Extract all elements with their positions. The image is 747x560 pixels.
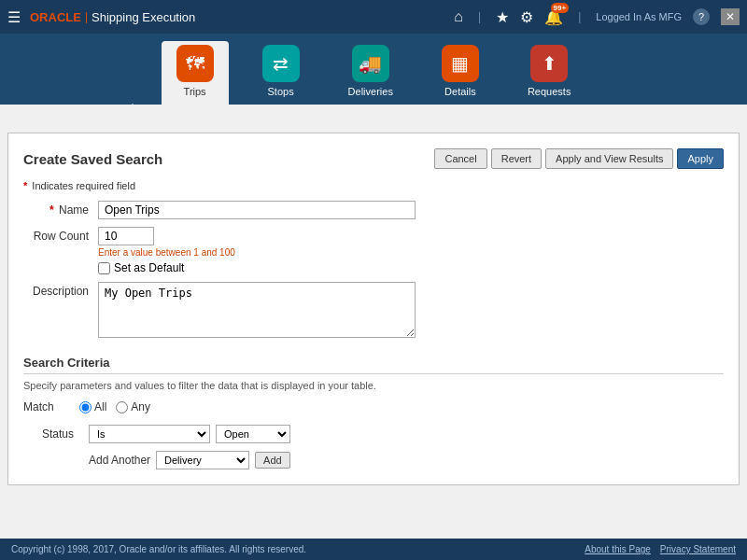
required-note: * Indicates required field	[23, 180, 724, 191]
page-footer: Copyright (c) 1998, 2017, Oracle and/or …	[0, 539, 747, 560]
match-all-radio[interactable]	[79, 401, 92, 413]
app-title: Shipping Execution	[92, 10, 195, 24]
search-criteria-title: Search Criteria	[23, 356, 724, 374]
stops-label: Stops	[268, 86, 294, 97]
required-star: *	[23, 180, 27, 191]
name-row: * Name	[23, 201, 724, 219]
form-buttons: Cancel Revert Apply and View Results App…	[434, 148, 724, 169]
apply-and-view-button[interactable]: Apply and View Results	[545, 148, 673, 169]
close-window-icon[interactable]: ✕	[721, 8, 740, 25]
footer-copyright: Copyright (c) 1998, 2017, Oracle and/or …	[11, 544, 306, 554]
name-field	[98, 201, 724, 219]
module-stops[interactable]: ⇄ Stops	[247, 41, 315, 105]
status-operator-select[interactable]: Is Is Not Contains	[89, 425, 210, 443]
privacy-statement-link[interactable]: Privacy Statement	[660, 544, 736, 554]
add-another-row: Add Another Delivery Trip Stop Status Ad…	[89, 451, 724, 469]
details-label: Details	[444, 86, 476, 97]
apply-button[interactable]: Apply	[677, 148, 724, 169]
main-panel: Create Saved Search Cancel Revert Apply …	[7, 133, 740, 485]
set-as-default-row: Set as Default	[98, 261, 724, 274]
details-icon: ▦	[442, 45, 479, 82]
description-label: Description	[23, 282, 98, 298]
home-icon[interactable]: ⌂	[454, 8, 463, 25]
match-all-label: All	[94, 400, 106, 413]
add-another-label: Add Another	[89, 454, 150, 467]
footer-links: About this Page Privacy Statement	[585, 544, 736, 554]
module-deliveries[interactable]: 🚚 Deliveries	[333, 41, 408, 105]
description-row: Description My Open Trips	[23, 282, 724, 341]
row-count-field: Enter a value between 1 and 100 Set as D…	[98, 227, 724, 274]
nav-icons-group: ⌂ | ★ ⚙ 🔔 99+ | Logged In As MFG ? ✕	[454, 8, 740, 26]
match-row: Match All Any	[23, 400, 724, 413]
name-label: * Name	[23, 201, 98, 217]
revert-button[interactable]: Revert	[491, 148, 542, 169]
status-value-select[interactable]: Open Closed Pending	[216, 425, 290, 443]
add-button[interactable]: Add	[255, 452, 290, 469]
favorites-icon[interactable]: ★	[496, 8, 509, 26]
description-textarea[interactable]: My Open Trips	[98, 282, 416, 338]
status-field-label: Status	[42, 427, 89, 441]
row-count-hint: Enter a value between 1 and 100	[98, 247, 724, 258]
set-as-default-label: Set as Default	[114, 261, 184, 274]
help-icon[interactable]: ?	[693, 8, 710, 25]
row-count-label: Row Count	[23, 227, 98, 243]
stops-icon: ⇄	[262, 45, 300, 82]
module-details[interactable]: ▦ Details	[427, 41, 494, 105]
add-another-select[interactable]: Delivery Trip Stop Status	[156, 451, 249, 469]
settings-icon[interactable]: ⚙	[520, 8, 533, 26]
trips-label: Trips	[184, 86, 206, 97]
form-header: Create Saved Search Cancel Revert Apply …	[23, 148, 724, 169]
row-count-input[interactable]	[98, 227, 154, 245]
name-input[interactable]	[98, 201, 416, 219]
match-any-label: Any	[131, 400, 150, 413]
requests-label: Requests	[528, 86, 571, 97]
module-requests[interactable]: ⬆ Requests	[513, 41, 585, 105]
row-count-row: Row Count Enter a value between 1 and 10…	[23, 227, 724, 274]
top-navigation: ☰ ORACLE | Shipping Execution ⌂ | ★ ⚙ 🔔 …	[0, 0, 747, 34]
description-field: My Open Trips	[98, 282, 724, 341]
match-radio-group: All Any	[79, 400, 150, 413]
match-all-option[interactable]: All	[79, 400, 106, 413]
search-criteria-description: Specify parameters and values to filter …	[23, 380, 724, 391]
module-navigation-bar: 🗺 Trips ⇄ Stops 🚚 Deliveries ▦ Details ⬆…	[0, 34, 747, 105]
hamburger-menu-icon[interactable]: ☰	[7, 8, 21, 26]
module-trips[interactable]: 🗺 Trips	[162, 41, 229, 105]
deliveries-icon: 🚚	[352, 45, 389, 82]
match-label: Match	[23, 400, 79, 413]
logged-in-label: Logged In As MFG	[596, 11, 682, 22]
notification-badge: 99+	[551, 3, 570, 13]
content-wrapper: Create Saved Search Cancel Revert Apply …	[0, 118, 747, 510]
oracle-logo: ORACLE	[30, 10, 81, 24]
deliveries-label: Deliveries	[348, 86, 393, 97]
active-tab-arrow	[121, 104, 144, 116]
form-title: Create Saved Search	[23, 151, 162, 167]
cancel-button[interactable]: Cancel	[434, 148, 486, 169]
logo-separator: |	[85, 10, 88, 23]
trips-icon: 🗺	[176, 45, 214, 82]
requests-icon: ⬆	[530, 45, 568, 82]
match-any-option[interactable]: Any	[116, 400, 150, 413]
match-any-radio[interactable]	[116, 401, 128, 413]
notification-icon[interactable]: 🔔 99+	[544, 8, 563, 26]
set-as-default-checkbox[interactable]	[98, 262, 110, 274]
about-page-link[interactable]: About this Page	[585, 544, 651, 554]
criteria-status-row: Status Is Is Not Contains Open Closed Pe…	[42, 425, 724, 443]
